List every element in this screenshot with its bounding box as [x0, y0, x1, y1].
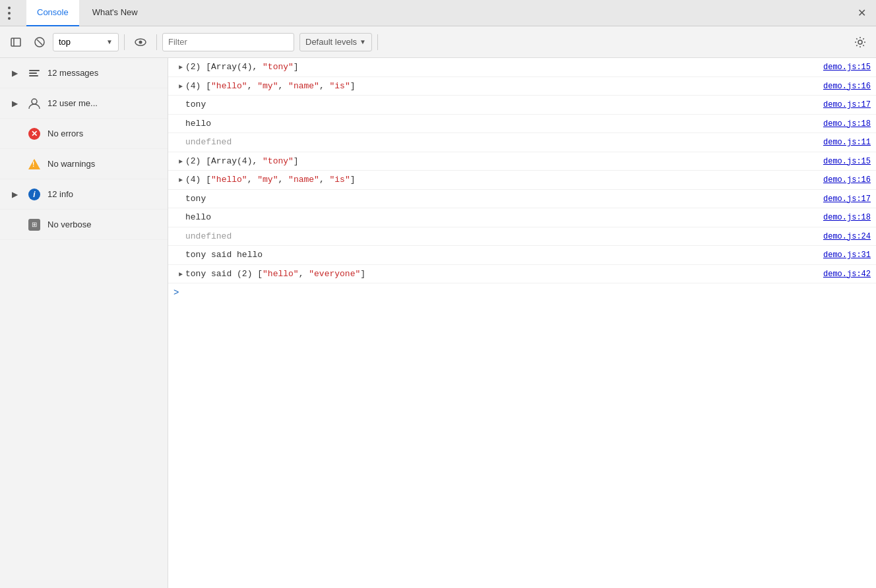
console-row: ►(2) [Array(4), "tony"]demo.js:15	[168, 58, 876, 77]
string-value: "everyone"	[309, 269, 360, 279]
console-output: ►(2) [Array(4), "tony"]demo.js:15►(4) ["…	[168, 58, 876, 588]
console-content: (4) ["hello", "my", "name", "is"]	[185, 80, 813, 93]
console-input-row: >	[168, 283, 876, 302]
string-value: "hello"	[263, 269, 299, 279]
console-row: ►tony said (2) ["hello", "everyone"]demo…	[168, 265, 876, 284]
text-value: ,	[278, 175, 288, 185]
console-prompt-symbol: >	[173, 287, 179, 298]
toolbar-divider-2	[156, 34, 157, 50]
sidebar-item-messages[interactable]: ▶ 12 messages	[0, 58, 168, 88]
sidebar-item-errors[interactable]: ✕ No errors	[0, 119, 168, 149]
sidebar-item-verbose[interactable]: ⊞ No verbose	[0, 210, 168, 240]
context-dropdown-icon: ▼	[106, 38, 113, 45]
text-value: ,	[319, 175, 330, 185]
warning-icon-spacer	[8, 158, 21, 171]
stop-icon	[34, 37, 45, 47]
context-selector[interactable]: top ▼	[53, 33, 119, 51]
warning-icon	[28, 158, 41, 171]
verbose-label: No verbose	[47, 220, 91, 229]
user-icon	[28, 97, 41, 110]
string-value: "my"	[257, 175, 278, 185]
source-link[interactable]: demo.js:18	[813, 118, 871, 130]
console-content: (2) [Array(4), "tony"]	[185, 155, 813, 168]
console-row: ►(4) ["hello", "my", "name", "is"]demo.j…	[168, 171, 876, 190]
source-link[interactable]: demo.js:24	[813, 231, 871, 243]
expand-icon[interactable]: ►	[179, 175, 183, 185]
expand-messages-icon[interactable]: ▶	[8, 67, 21, 80]
source-link[interactable]: demo.js:15	[813, 61, 871, 73]
text-value: ,	[278, 81, 288, 91]
text-value: (2) [	[237, 269, 263, 279]
levels-dropdown[interactable]: Default levels ▼	[299, 33, 372, 51]
string-value: "is"	[330, 81, 350, 91]
tab-console[interactable]: Console	[26, 0, 79, 26]
expand-user-messages-icon[interactable]: ▶	[8, 97, 21, 110]
string-value: "tony"	[263, 156, 294, 166]
close-button[interactable]: ✕	[852, 4, 871, 22]
expand-icon[interactable]: ►	[179, 157, 183, 167]
source-link[interactable]: demo.js:17	[813, 99, 871, 111]
error-icon-spacer	[8, 127, 21, 140]
text-value: ]	[360, 269, 365, 279]
source-link[interactable]: demo.js:16	[813, 80, 871, 92]
text-value: (2) [Array(4),	[185, 156, 263, 166]
console-content: tony said (2) ["hello", "everyone"]	[185, 268, 813, 281]
text-value: ]	[350, 175, 356, 185]
console-row: ►undefineddemo.js:11	[168, 133, 876, 152]
console-content: undefined	[185, 136, 813, 149]
undefined-value: undefined	[185, 137, 232, 147]
error-icon: ✕	[28, 127, 41, 140]
source-link[interactable]: demo.js:42	[813, 268, 871, 280]
verbose-icon-spacer	[8, 218, 21, 231]
toolbar-divider-1	[124, 34, 125, 50]
source-link[interactable]: demo.js:15	[813, 156, 871, 167]
string-value: "name"	[288, 175, 319, 185]
errors-label: No errors	[47, 129, 83, 138]
console-row: ►hellodemo.js:18	[168, 115, 876, 134]
sidebar-item-warnings[interactable]: No warnings	[0, 149, 168, 179]
text-value: ,	[247, 175, 258, 185]
source-link[interactable]: demo.js:17	[813, 193, 871, 205]
text-value: ,	[319, 81, 330, 91]
source-link[interactable]: demo.js:16	[813, 174, 871, 186]
expand-icon[interactable]: ►	[179, 82, 183, 92]
source-link[interactable]: demo.js:31	[813, 249, 871, 261]
console-content: (4) ["hello", "my", "name", "is"]	[185, 173, 813, 187]
sidebar-toggle-button[interactable]	[5, 32, 26, 53]
tab-bar: Console What's New ✕	[0, 0, 876, 26]
text-value: (2) [Array(4),	[185, 62, 263, 72]
string-value: "my"	[257, 81, 278, 91]
source-link[interactable]: demo.js:11	[813, 136, 871, 148]
expand-icon[interactable]: ►	[179, 270, 183, 279]
settings-button[interactable]	[850, 32, 871, 53]
console-content: (2) [Array(4), "tony"]	[185, 61, 813, 74]
string-value: "hello"	[211, 81, 247, 91]
sidebar-item-user-messages[interactable]: ▶ 12 user me...	[0, 88, 168, 119]
messages-label: 12 messages	[47, 68, 98, 78]
tab-whats-new[interactable]: What's New	[82, 0, 148, 26]
console-input[interactable]	[184, 288, 871, 298]
expand-icon[interactable]: ►	[179, 63, 183, 73]
gear-icon	[854, 36, 866, 48]
expand-info-icon[interactable]: ▶	[8, 188, 21, 201]
svg-rect-0	[11, 38, 20, 46]
stop-recording-button[interactable]	[29, 32, 50, 53]
console-content: tony said hello	[185, 249, 813, 262]
sidebar-item-info[interactable]: ▶ i 12 info	[0, 179, 168, 210]
sidebar: ▶ 12 messages ▶ 12 user me... ✕ No error	[0, 58, 168, 588]
text-value: ]	[294, 156, 299, 166]
console-content: tony	[185, 98, 813, 111]
eye-button[interactable]	[130, 32, 151, 53]
filter-input-wrapper[interactable]	[162, 33, 294, 51]
levels-dropdown-icon: ▼	[360, 38, 366, 45]
user-messages-label: 12 user me...	[47, 98, 98, 108]
text-value: tony said hello	[185, 250, 263, 260]
console-row: ►undefineddemo.js:24	[168, 227, 876, 247]
sidebar-icon	[11, 37, 21, 47]
menu-dots[interactable]	[5, 4, 24, 22]
text-value: (4) [	[185, 81, 211, 91]
main-area: ▶ 12 messages ▶ 12 user me... ✕ No error	[0, 58, 876, 588]
source-link[interactable]: demo.js:18	[813, 212, 871, 223]
filter-input[interactable]	[168, 37, 288, 47]
svg-line-3	[37, 40, 42, 45]
